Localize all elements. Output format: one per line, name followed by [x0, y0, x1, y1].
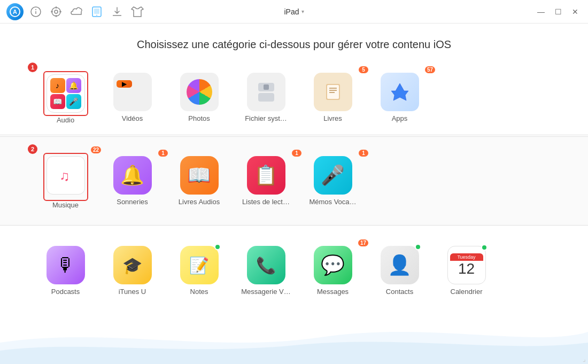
podcasts-label: Podcasts [51, 288, 80, 296]
calendrier-label: Calendrier [451, 288, 483, 296]
svg-point-3 [35, 9, 36, 10]
cal-day: 12 [458, 261, 475, 277]
svg-point-6 [55, 10, 58, 13]
contacts-label: Contacts [386, 288, 413, 296]
fi2 [258, 93, 274, 102]
photos-icon [180, 73, 219, 111]
category-audio[interactable]: 1 ♪ 🔔 📖 🎤 Audio [32, 67, 99, 128]
svg-point-5 [52, 7, 60, 16]
top-categories: 1 ♪ 🔔 📖 🎤 Audio ▶ [0, 61, 588, 134]
audio-book-mini: 📖 [50, 94, 65, 109]
category-row-1: 1 ♪ 🔔 📖 🎤 Audio ▶ [32, 61, 556, 134]
device-title[interactable]: iPad ▾ [284, 7, 304, 16]
wave-svg [0, 311, 588, 364]
contacts-green-dot [415, 244, 421, 250]
itunes-icon: 🎓 [113, 246, 152, 284]
fi1 [258, 83, 274, 91]
videos-label: Vidéos [122, 114, 143, 122]
messages-label: Messages [317, 288, 349, 296]
category-messages[interactable]: 💬 17 Messages [299, 242, 366, 300]
category-livresaudios[interactable]: 📖 Livres Audios [166, 152, 233, 210]
audio-label: Audio [57, 116, 74, 124]
audio-icon: ♪ 🔔 📖 🎤 [47, 74, 85, 113]
apps-label: Apps [392, 114, 408, 122]
calendrier-icon: Tuesday 12 [447, 246, 486, 284]
nav-cloud-icon[interactable] [68, 4, 84, 20]
livresaudios-icon: 📖 [180, 156, 219, 195]
category-sonneries[interactable]: 🔔 1 Sonneries [99, 152, 166, 210]
nav-target-icon[interactable] [48, 4, 64, 20]
wave-bg [0, 311, 588, 364]
nav-device-icon[interactable] [89, 4, 105, 20]
category-photos[interactable]: Photos [166, 68, 233, 127]
category-podcasts[interactable]: 🎙 Podcasts [32, 242, 99, 300]
photos-label: Photos [188, 114, 210, 122]
notes-icon: 📝 [180, 246, 219, 284]
maximize-button[interactable]: ☐ [552, 5, 564, 18]
audio-subcategories: 2 ♫ [0, 136, 588, 226]
nav-download-icon[interactable] [109, 4, 125, 20]
messagerie-emoji: 📞 [256, 256, 276, 275]
nav-tshirt-icon[interactable] [129, 4, 145, 20]
category-contacts[interactable]: 👤 Contacts [366, 242, 433, 300]
itunes-emoji: 🎓 [122, 256, 142, 275]
memos-badge: 1 [359, 150, 368, 157]
cal-weekday: Tuesday [450, 253, 483, 261]
nav-info-icon[interactable] [28, 4, 44, 20]
category-itunes[interactable]: 🎓 iTunes U [99, 242, 166, 300]
audio-selected-box: ♪ 🔔 📖 🎤 [43, 71, 88, 116]
livresaudios-label: Livres Audios [179, 198, 220, 206]
category-messagerie[interactable]: 📞 Messagerie V… [233, 242, 299, 300]
listes-icon: 📋 [247, 156, 285, 195]
sonneries-emoji: 🔔 [120, 164, 144, 187]
title-chevron: ▾ [301, 9, 304, 14]
resize-handle[interactable]: ⌟ [583, 355, 586, 363]
page-heading: Choisissez une catégorie ci-dessous pour… [0, 24, 588, 61]
livres-svg [322, 81, 344, 103]
svg-text:A: A [13, 9, 17, 15]
category-memos[interactable]: 🎤 1 Mémos Voca… [299, 152, 366, 210]
messages-icon: 💬 [314, 246, 352, 284]
category-calendrier[interactable]: Tuesday 12 Calendrier [433, 242, 500, 300]
step-1: 1 [28, 63, 37, 72]
messagerie-icon: 📞 [247, 246, 285, 284]
main-content: Choisissez une catégorie ci-dessous pour… [0, 24, 588, 364]
livres-label: Livres [323, 114, 342, 122]
category-listes[interactable]: 📋 1 Listes de lect… [233, 152, 299, 210]
close-button[interactable]: ✕ [569, 5, 582, 18]
bottom-categories: 🎙 Podcasts 🎓 iTunes U 📝 Notes [0, 226, 588, 305]
listes-emoji: 📋 [254, 164, 278, 187]
minimize-button[interactable]: — [535, 5, 547, 18]
musique-label: Musique [52, 201, 79, 209]
category-musique[interactable]: 2 ♫ [32, 149, 99, 213]
photos-wheel [187, 79, 212, 105]
category-notes[interactable]: 📝 Notes [166, 242, 233, 300]
sonneries-label: Sonneries [117, 198, 148, 206]
notes-green-dot [214, 244, 221, 250]
messagerie-label: Messagerie V… [241, 288, 290, 296]
audio-mic-mini: 🎤 [66, 94, 81, 109]
itunes-label: iTunes U [119, 288, 146, 296]
contacts-emoji: 👤 [388, 254, 412, 276]
svg-rect-13 [94, 9, 99, 14]
divider-1 [0, 135, 588, 135]
videos-icon: ▶ [113, 73, 152, 111]
notes-label: Notes [190, 288, 208, 296]
category-videos[interactable]: ▶ Vidéos [99, 68, 166, 127]
category-apps[interactable]: 57 Apps [366, 68, 433, 127]
app-logo: A [6, 3, 24, 20]
apps-icon [381, 73, 419, 111]
apps-svg [388, 80, 412, 104]
calendrier-green-dot [481, 244, 488, 251]
contacts-icon: 👤 [381, 246, 419, 284]
livres-icon [314, 73, 352, 111]
category-fichier[interactable]: Fichier syst… [233, 68, 299, 127]
audio-bell-mini: 🔔 [66, 78, 81, 93]
category-row-2: 2 ♫ [32, 143, 556, 219]
podcasts-icon: 🎙 [47, 246, 85, 284]
musique-selected-box: ♫ [43, 153, 88, 201]
category-livres[interactable]: 5 Livres [299, 68, 366, 127]
fichier-label: Fichier syst… [245, 114, 287, 122]
livresaudios-emoji: 📖 [187, 164, 211, 187]
notes-emoji: 📝 [189, 256, 209, 275]
